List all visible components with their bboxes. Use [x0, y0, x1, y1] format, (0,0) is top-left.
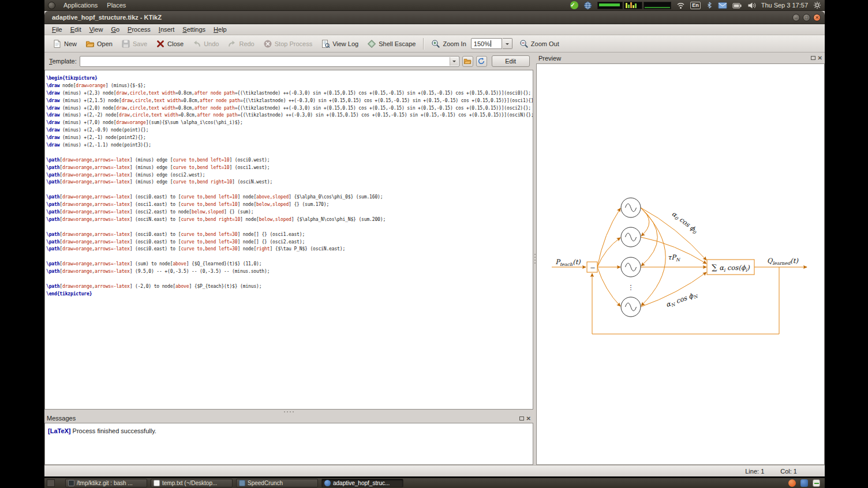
places-menu[interactable]: Places: [102, 0, 130, 11]
shell-escape-button[interactable]: Shell Escape: [363, 37, 420, 50]
update-status-icon[interactable]: ✓: [570, 1, 578, 9]
code-line[interactable]: \draw node[draw=orange] (minus){$-$};: [46, 82, 533, 90]
code-line[interactable]: \end{tikzpicture}: [46, 291, 533, 298]
menu-edit[interactable]: Edit: [66, 24, 85, 35]
zoom-level-input[interactable]: 150%: [471, 38, 502, 49]
menubar: File Edit View Go Process Insert Setting…: [44, 24, 825, 35]
volume-icon[interactable]: [747, 2, 756, 9]
code-line[interactable]: \path[draw=orange,arrows=-latex] (osci0.…: [46, 239, 533, 246]
zoom-out-button[interactable]: Zoom Out: [515, 37, 563, 50]
template-reload-button[interactable]: [476, 56, 487, 67]
zoom-level-dropdown-button[interactable]: [503, 38, 512, 49]
taskbar-window-label: SpeedCrunch: [248, 480, 283, 486]
show-desktop-icon[interactable]: [47, 479, 55, 487]
code-line[interactable]: [46, 253, 533, 261]
code-line[interactable]: \path[draw=orange,arrows=-latex] (-2,0) …: [46, 283, 533, 291]
code-line[interactable]: \path[draw=orange,arrows=-latex] (osci2.…: [46, 209, 533, 216]
new-button[interactable]: New: [48, 37, 81, 50]
code-line[interactable]: \path[draw=orange,arrows=-latex] (minus)…: [46, 164, 533, 172]
minimize-button[interactable]: –: [792, 14, 800, 21]
label-alpha0-cos-phi0: α0 cos ϕ0: [670, 209, 700, 235]
taskbar-window-4[interactable]: adaptive_hopf_struc...: [321, 479, 403, 487]
code-line[interactable]: \draw (minus) +(2,1.5) node[draw,circle,…: [46, 97, 533, 105]
code-line[interactable]: [46, 276, 533, 283]
log-source: [LaTeX]: [48, 427, 71, 434]
close-file-button[interactable]: Close: [152, 37, 188, 50]
code-line[interactable]: \path[draw=orange,arrows=-latex] (sum) t…: [46, 261, 533, 268]
messages-panel-header: Messages ✕: [44, 414, 533, 423]
oscillator-nodes: [621, 198, 641, 317]
clock[interactable]: Thu Sep 3 17:57: [761, 2, 808, 9]
menu-go[interactable]: Go: [107, 24, 124, 35]
code-line[interactable]: [46, 186, 533, 194]
template-combobox[interactable]: [80, 56, 459, 67]
tikz-preview-diagram: − ⋮ Pteach(t) Qlearned(t) τPN α0 cos ϕ0 …: [537, 64, 824, 464]
code-line[interactable]: [46, 224, 533, 231]
code-line[interactable]: \draw (minus) +(2,-2) node[draw,circle,t…: [46, 112, 533, 119]
code-line[interactable]: \draw (minus) +(2,3) node[draw,circle,te…: [46, 90, 533, 97]
close-panel-icon[interactable]: ✕: [818, 55, 822, 61]
system-monitor-applet[interactable]: [597, 2, 671, 9]
code-line[interactable]: \path[draw=orange,arrows=-latex] (osciN.…: [46, 216, 533, 224]
float-panel-icon[interactable]: [519, 416, 524, 421]
code-line[interactable]: \draw (minus) +(2,0) node[draw,circle,te…: [46, 105, 533, 112]
code-line[interactable]: [46, 149, 533, 157]
template-open-button[interactable]: [462, 56, 473, 67]
redo-button: Redo: [223, 37, 258, 50]
menu-settings[interactable]: Settings: [178, 24, 209, 35]
code-line[interactable]: \path[draw=orange,arrows=-latex] (minus)…: [46, 179, 533, 186]
code-line[interactable]: \path[draw=orange,arrows=-latex] (minus)…: [46, 172, 533, 179]
menu-insert[interactable]: Insert: [155, 24, 179, 35]
taskbar-tray-notes-icon[interactable]: [813, 479, 820, 487]
taskbar-tray-blue-icon[interactable]: [800, 479, 808, 487]
code-line[interactable]: \begin{tikzpicture}: [46, 75, 533, 82]
code-line[interactable]: \draw (minus) +(2,-1) node(point2){};: [46, 134, 533, 142]
close-window-button[interactable]: ✕: [813, 14, 821, 21]
label-sum-alpha-cos: ∑ αi cos(ϕi): [712, 263, 750, 273]
preview-canvas: − ⋮ Pteach(t) Qlearned(t) τPN α0 cos ϕ0 …: [536, 63, 825, 465]
label-alphaN-cos-phiN: αN cos ϕN: [665, 290, 699, 309]
code-line[interactable]: \path[draw=orange,arrows=-latex] (minus)…: [46, 157, 533, 164]
template-edit-button[interactable]: Edit: [492, 55, 530, 67]
taskbar-window-3[interactable]: SpeedCrunch: [236, 479, 318, 487]
menu-file[interactable]: File: [48, 24, 66, 35]
code-area[interactable]: \begin{tikzpicture}\draw node[draw=orang…: [46, 75, 533, 298]
battery-icon[interactable]: [732, 2, 742, 9]
code-line[interactable]: \draw (minus) +(2,-1.1) node(point3){};: [46, 142, 533, 149]
bluetooth-icon[interactable]: [706, 1, 713, 9]
code-line[interactable]: \path[draw=orange,arrows=-latex] (9.5,0)…: [46, 268, 533, 276]
horizontal-splitter[interactable]: [44, 410, 533, 414]
maximize-button[interactable]: □: [803, 14, 810, 21]
template-dropdown-button[interactable]: [450, 57, 458, 66]
zoom-in-button[interactable]: Zoom In: [427, 37, 470, 50]
toolbar-separator: [423, 38, 424, 50]
float-panel-icon[interactable]: [811, 56, 815, 60]
code-line[interactable]: \draw (minus) +(7,0) node[draw=orange](s…: [46, 119, 533, 127]
applications-menu[interactable]: Applications: [59, 0, 102, 11]
close-panel-icon[interactable]: ✕: [526, 416, 531, 421]
close-x-icon: [156, 39, 165, 48]
wifi-icon[interactable]: [676, 2, 685, 9]
code-editor[interactable]: \begin{tikzpicture}\draw node[draw=orang…: [44, 70, 533, 410]
keyboard-layout-indicator[interactable]: En: [690, 2, 701, 9]
taskbar-tray-orange-icon[interactable]: [788, 479, 796, 487]
open-button[interactable]: Open: [81, 37, 117, 50]
titlebar[interactable]: adaptive_hopf_structure.tikz - KTikZ – □…: [44, 11, 825, 24]
mail-icon[interactable]: [718, 2, 727, 9]
menu-process[interactable]: Process: [124, 24, 155, 35]
distributor-logo-icon[interactable]: [48, 2, 55, 9]
menu-help[interactable]: Help: [209, 24, 231, 35]
code-line[interactable]: \path[draw=orange,arrows=-latex] (osci0.…: [46, 194, 533, 201]
code-line[interactable]: \path[draw=orange,arrows=-latex] (osci1.…: [46, 201, 533, 209]
session-gear-icon[interactable]: [813, 1, 821, 9]
terminal-app-icon: [68, 480, 74, 486]
menu-view[interactable]: View: [85, 24, 107, 35]
view-log-button[interactable]: View Log: [317, 37, 362, 50]
globe-icon[interactable]: [583, 1, 592, 10]
code-line[interactable]: \path[draw=orange,arrows=-latex] (osci0.…: [46, 246, 533, 253]
taskbar-window-1[interactable]: /tmp/ktikz.git : bash ...: [65, 479, 147, 487]
template-label: Template:: [49, 58, 77, 65]
code-line[interactable]: \draw (minus) +(2,-0.9) node(point){};: [46, 127, 533, 134]
code-line[interactable]: \path[draw=orange,arrows=-latex] (osci0.…: [46, 231, 533, 239]
taskbar-window-2[interactable]: temp.txt (~/Desktop...: [151, 479, 233, 487]
